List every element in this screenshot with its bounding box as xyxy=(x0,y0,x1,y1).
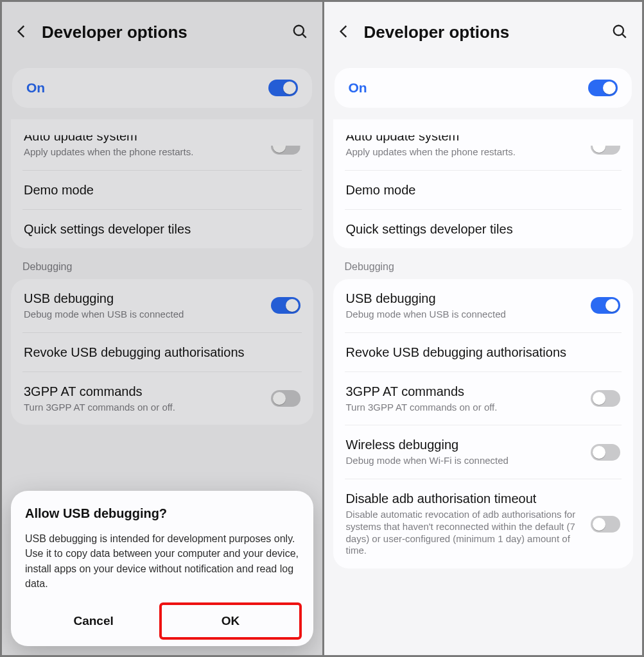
item-3gpp[interactable]: 3GPP AT commands Turn 3GPP AT commands o… xyxy=(345,371,622,425)
usb-debugging-sub: Debug mode when USB is connected xyxy=(346,309,577,321)
master-toggle-switch[interactable] xyxy=(588,80,618,96)
item-wireless-debugging[interactable]: Wireless debugging Debug mode when Wi-Fi… xyxy=(345,425,622,479)
general-card: Auto update system Apply updates when th… xyxy=(333,119,634,248)
demo-mode-title: Demo mode xyxy=(346,182,621,198)
wireless-switch[interactable] xyxy=(591,444,620,461)
debugging-card: USB debugging Debug mode when USB is con… xyxy=(333,279,634,568)
auto-update-sub: Apply updates when the phone restarts. xyxy=(346,146,577,158)
wireless-title: Wireless debugging xyxy=(346,437,591,452)
usb-debugging-dialog: Allow USB debugging? USB debugging is in… xyxy=(11,491,313,646)
dialog-title: Allow USB debugging? xyxy=(25,506,299,521)
master-toggle-label: On xyxy=(349,80,367,96)
ok-button[interactable]: OK xyxy=(159,602,301,640)
back-icon[interactable] xyxy=(336,23,352,42)
adb-timeout-switch[interactable] xyxy=(591,516,620,533)
dialog-scrim[interactable]: Allow USB debugging? USB debugging is in… xyxy=(2,2,322,655)
auto-update-title: Auto update system xyxy=(346,128,591,144)
gpp-title: 3GPP AT commands xyxy=(346,384,591,399)
master-toggle-row[interactable]: On xyxy=(335,68,632,108)
item-demo-mode[interactable]: Demo mode xyxy=(345,170,622,209)
item-quick-tiles[interactable]: Quick settings developer tiles xyxy=(345,209,622,248)
revoke-auth-title: Revoke USB debugging authorisations xyxy=(346,345,621,360)
adb-timeout-title: Disable adb authorisation timeout xyxy=(346,491,591,506)
item-auto-update[interactable]: Auto update system Apply updates when th… xyxy=(345,123,622,170)
quick-tiles-title: Quick settings developer tiles xyxy=(346,221,621,237)
adb-timeout-sub: Disable automatic revocation of adb auth… xyxy=(346,509,577,557)
item-revoke-auth[interactable]: Revoke USB debugging authorisations xyxy=(345,332,622,371)
usb-debugging-switch[interactable] xyxy=(591,297,620,314)
auto-update-switch[interactable] xyxy=(591,138,620,155)
debugging-section-label: Debugging xyxy=(324,261,643,273)
page-title: Developer options xyxy=(364,22,612,42)
search-icon[interactable] xyxy=(611,23,628,42)
svg-line-3 xyxy=(622,33,626,37)
gpp-sub: Turn 3GPP AT commands on or off. xyxy=(346,402,577,414)
cancel-button[interactable]: Cancel xyxy=(25,605,162,637)
phone-left: Developer options On Auto update system … xyxy=(2,2,322,655)
wireless-sub: Debug mode when Wi-Fi is connected xyxy=(346,455,577,467)
item-disable-adb-timeout[interactable]: Disable adb authorisation timeout Disabl… xyxy=(345,479,622,568)
usb-debugging-title: USB debugging xyxy=(346,291,591,306)
header: Developer options xyxy=(324,2,643,63)
svg-point-2 xyxy=(614,25,623,35)
phone-right: Developer options On Auto update system … xyxy=(322,2,643,655)
gpp-switch[interactable] xyxy=(591,390,620,407)
item-usb-debugging[interactable]: USB debugging Debug mode when USB is con… xyxy=(345,279,622,332)
dialog-body: USB debugging is intended for developmen… xyxy=(25,531,299,591)
